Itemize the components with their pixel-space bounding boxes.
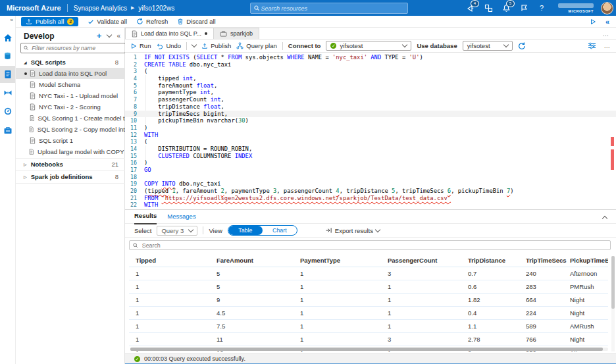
section-sql-scripts[interactable]: ◢ SQL scripts 8 — [16, 57, 125, 68]
nav-monitor[interactable] — [0, 103, 15, 120]
code-line[interactable]: 17GO — [125, 167, 616, 174]
add-resource-button[interactable]: + — [97, 31, 102, 41]
whats-new-icon[interactable]: 4 — [465, 3, 476, 13]
code-line[interactable]: 19COPY INTO dbo.nyc_taxi — [125, 180, 616, 188]
breadcrumb-workspace[interactable]: yifso1202ws — [138, 5, 174, 12]
code-line[interactable]: 14 DISTRIBUTION = ROUND_ROBIN, — [125, 145, 616, 153]
collapse-all-icon[interactable] — [107, 35, 111, 37]
nav-manage[interactable] — [0, 121, 15, 138]
code-line[interactable]: 10 pickupTimeBin nvarchar(30) — [125, 117, 616, 124]
publish-all-button[interactable]: Publish all 2 — [21, 17, 78, 26]
use-database-dropdown[interactable]: yifsotest — [463, 41, 513, 51]
help-icon[interactable]: ? — [536, 3, 547, 13]
tab-sparkjob[interactable]: sparkjob — [214, 28, 259, 39]
code-line[interactable]: 2CREATE TABLE dbo.nyc_taxi — [125, 61, 616, 68]
code-line[interactable]: 3( — [125, 68, 616, 75]
code-line[interactable]: 4 tipped int, — [125, 75, 616, 82]
export-results-button[interactable]: Export results — [325, 227, 380, 234]
sidebar-item[interactable]: NYC Taxi - 1 - Upload model — [16, 90, 125, 101]
validate-all-button[interactable]: Validate all — [88, 18, 127, 25]
results-search-input[interactable] — [141, 242, 607, 249]
nav-data[interactable] — [0, 47, 15, 65]
code-line[interactable]: 16) — [125, 159, 616, 167]
query-select-dropdown[interactable]: Query 3 — [157, 226, 197, 236]
column-header[interactable]: PaymentType — [294, 255, 381, 267]
code-line[interactable]: 7 passengerCount int, — [125, 96, 616, 103]
azure-brand[interactable]: Microsoft Azure — [7, 4, 61, 12]
code-line[interactable]: 6 paymentType int, — [125, 89, 616, 96]
table-row[interactable]: 15130.7240Afternoon — [129, 267, 608, 280]
sidebar-item[interactable]: SQL script 1 — [16, 135, 125, 146]
view-table-toggle[interactable]: Table — [228, 226, 263, 235]
connect-to-dropdown[interactable]: ✓ yifsotest — [326, 41, 411, 51]
table-row[interactable]: 111132.78766Night — [129, 333, 608, 346]
code-line[interactable]: 20(tipped 1, fareAmount 2, paymentType 3… — [125, 188, 616, 195]
code-line[interactable]: 13( — [125, 138, 616, 145]
play-icon[interactable] — [590, 18, 596, 25]
horizontal-scrollbar[interactable] — [130, 348, 608, 351]
column-header[interactable]: PickupTimeBin — [563, 255, 608, 267]
filter-resources-box[interactable] — [20, 43, 126, 53]
toolbar-more-icon[interactable]: … — [604, 42, 611, 49]
code-line[interactable]: 5 fareAmount float, — [125, 82, 616, 90]
refresh-button[interactable]: Refresh — [136, 18, 168, 25]
column-header[interactable]: PassengerCount — [381, 255, 461, 267]
feedback-icon[interactable] — [519, 3, 529, 13]
code-line[interactable]: 1IF NOT EXISTS (SELECT * FROM sys.object… — [125, 54, 616, 61]
column-header[interactable]: Tipped — [129, 255, 210, 267]
expand-rail-icon[interactable]: » — [11, 17, 13, 23]
table-row[interactable]: 17.5111.1589AMRush — [129, 320, 608, 333]
code-line[interactable]: 22WITH — [125, 201, 616, 209]
sidebar-item[interactable]: SQL Scoring 1 - Create model table — [16, 113, 125, 124]
code-line[interactable]: 9 tripTimeSecs bigint, — [125, 111, 616, 118]
undo-dropdown-icon[interactable] — [192, 42, 197, 47]
collapse-sidebar-icon[interactable]: « — [116, 32, 120, 39]
tab-load-data-into-sql-pool[interactable]: Load data into SQL P... — [125, 28, 214, 39]
global-search-box[interactable] — [250, 3, 408, 14]
refresh-database-icon[interactable] — [518, 42, 526, 50]
column-header[interactable]: TripTimeSecs — [519, 255, 563, 267]
column-header[interactable]: FareAmount — [210, 255, 294, 267]
code-line[interactable]: 18 — [125, 174, 616, 181]
code-line[interactable]: 21FROM 'https://yifsoadlsgen2westus2.dfs… — [125, 195, 616, 202]
breadcrumb-product[interactable]: Synapse Analytics — [74, 5, 127, 12]
sidebar-item[interactable]: Load data into SQL Pool — [16, 68, 125, 79]
tab-results[interactable]: Results — [134, 209, 157, 224]
filter-resources-input[interactable] — [30, 44, 122, 52]
results-search-box[interactable] — [129, 240, 611, 250]
query-plan-button[interactable]: Query plan — [236, 42, 276, 49]
account-info[interactable]: MICROSOFT — [558, 3, 594, 13]
sql-code-editor[interactable]: 1IF NOT EXISTS (SELECT * FROM sys.object… — [125, 53, 616, 209]
nav-home[interactable] — [0, 29, 15, 46]
collapse-results-icon[interactable] — [603, 215, 607, 222]
settings-sliders-icon[interactable] — [588, 42, 596, 49]
section-spark-job-definitions[interactable]: ▷ Spark job definitions 8 — [16, 171, 125, 182]
deployment-icon[interactable] — [483, 3, 494, 13]
table-row[interactable]: 14.5110.4224Night — [129, 307, 608, 320]
sidebar-item[interactable]: Model Schema — [16, 79, 125, 90]
section-notebooks[interactable]: ▷ Notebooks 21 — [16, 159, 125, 170]
tab-more-icon[interactable]: … — [603, 30, 610, 38]
code-line[interactable]: 8 tripDistance float, — [125, 103, 616, 111]
collapse-panel-icon[interactable]: « — [605, 18, 609, 26]
sidebar-item[interactable]: NYC Taxi - 2 - Scoring — [16, 101, 125, 113]
undo-button[interactable]: Undo — [156, 42, 181, 49]
code-line[interactable]: 15 CLUSTERED COLUMNSTORE INDEX — [125, 153, 616, 160]
table-row[interactable]: 15110.6283PMRush — [129, 280, 608, 294]
bell-icon[interactable]: 5 — [501, 3, 511, 13]
table-row[interactable]: 19111.82664Night — [129, 294, 608, 307]
discard-all-button[interactable]: Discard all — [177, 18, 215, 25]
view-chart-toggle[interactable]: Chart — [263, 226, 297, 235]
publish-button[interactable]: Publish — [201, 42, 231, 49]
run-button[interactable]: Run — [130, 42, 151, 49]
avatar[interactable] — [601, 2, 613, 14]
sidebar-item[interactable]: Upload large model with COPY INTO — [16, 146, 125, 157]
sidebar-item[interactable]: SQL Scoring 2 - Copy model into mo... — [16, 124, 125, 135]
code-line[interactable]: 12WITH — [125, 132, 616, 139]
tab-messages[interactable]: Messages — [167, 210, 195, 224]
column-header[interactable]: TripDistance — [461, 255, 519, 267]
global-search-input[interactable] — [260, 5, 405, 13]
vertical-scrollbar[interactable] — [611, 256, 615, 351]
nav-integrate[interactable] — [0, 84, 15, 101]
code-line[interactable]: 11) — [125, 124, 616, 132]
